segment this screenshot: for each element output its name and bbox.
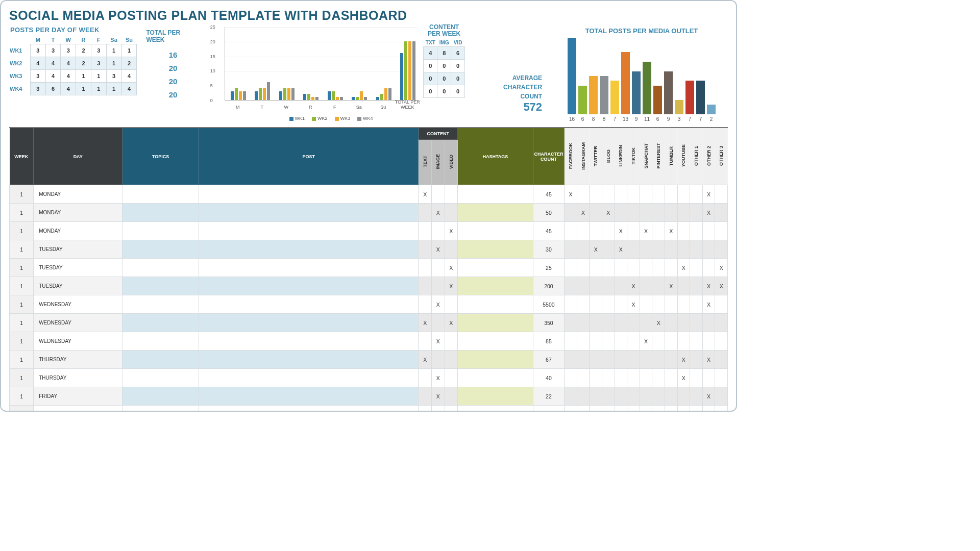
cell-outlet[interactable] bbox=[615, 204, 627, 222]
ppd-cell[interactable]: 3 bbox=[106, 70, 121, 83]
cell-outlet[interactable] bbox=[652, 204, 665, 222]
cell-content-type[interactable] bbox=[419, 332, 432, 350]
cell-topics[interactable] bbox=[122, 185, 199, 204]
cell-content-type[interactable]: X bbox=[431, 240, 445, 259]
cell-outlet[interactable] bbox=[690, 204, 703, 222]
cell-outlet[interactable]: X bbox=[665, 277, 677, 295]
cell-outlet[interactable] bbox=[665, 204, 677, 222]
cell-post[interactable] bbox=[199, 406, 418, 412]
cell-char-count[interactable]: 48 bbox=[533, 406, 564, 412]
cell-week[interactable]: 1 bbox=[10, 277, 34, 295]
cell-outlet[interactable] bbox=[702, 369, 715, 387]
cell-outlet[interactable] bbox=[590, 277, 602, 295]
ppd-cell[interactable]: 1 bbox=[121, 44, 137, 57]
cell-outlet[interactable] bbox=[677, 204, 690, 222]
cell-outlet[interactable] bbox=[590, 332, 602, 350]
cell-outlet[interactable] bbox=[602, 387, 615, 406]
cell-outlet[interactable]: X bbox=[627, 295, 640, 314]
cpw-cell[interactable]: 0 bbox=[451, 72, 465, 85]
cell-outlet[interactable] bbox=[590, 222, 602, 240]
cell-outlet[interactable] bbox=[690, 295, 703, 314]
ppd-cell[interactable]: 2 bbox=[76, 44, 91, 57]
cell-outlet[interactable] bbox=[690, 277, 703, 295]
cell-topics[interactable] bbox=[122, 204, 199, 222]
cell-topics[interactable] bbox=[122, 332, 199, 350]
cell-outlet[interactable] bbox=[590, 350, 602, 369]
cell-outlet[interactable] bbox=[577, 406, 590, 412]
cell-outlet[interactable] bbox=[677, 387, 690, 406]
cell-outlet[interactable]: X bbox=[715, 277, 728, 295]
cell-outlet[interactable] bbox=[577, 350, 590, 369]
cell-topics[interactable] bbox=[122, 387, 199, 406]
cell-outlet[interactable] bbox=[652, 295, 665, 314]
cell-outlet[interactable] bbox=[615, 369, 627, 387]
cell-outlet[interactable] bbox=[615, 314, 627, 332]
cell-post[interactable] bbox=[199, 259, 418, 277]
ppd-cell[interactable]: 1 bbox=[106, 44, 121, 57]
cell-topics[interactable] bbox=[122, 406, 199, 412]
cell-outlet[interactable] bbox=[665, 259, 677, 277]
cell-outlet[interactable] bbox=[627, 406, 640, 412]
cell-day[interactable]: WEDNESDAY bbox=[34, 295, 122, 314]
cell-outlet[interactable] bbox=[565, 204, 577, 222]
cell-outlet[interactable] bbox=[715, 350, 728, 369]
cell-outlet[interactable] bbox=[640, 387, 652, 406]
ppd-cell[interactable]: 4 bbox=[30, 57, 45, 70]
cell-char-count[interactable]: 50 bbox=[533, 204, 564, 222]
cpw-cell[interactable]: 0 bbox=[437, 72, 451, 85]
cell-outlet[interactable] bbox=[565, 222, 577, 240]
cell-outlet[interactable] bbox=[577, 387, 590, 406]
cell-day[interactable]: MONDAY bbox=[34, 204, 122, 222]
cell-content-type[interactable] bbox=[445, 387, 458, 406]
cell-outlet[interactable] bbox=[690, 387, 703, 406]
cell-outlet[interactable] bbox=[640, 240, 652, 259]
cell-outlet[interactable]: X bbox=[702, 277, 715, 295]
cell-outlet[interactable] bbox=[652, 259, 665, 277]
cell-outlet[interactable] bbox=[615, 185, 627, 204]
ppd-cell[interactable]: 1 bbox=[91, 70, 106, 83]
cpw-cell[interactable]: 0 bbox=[451, 60, 465, 72]
cell-topics[interactable] bbox=[122, 295, 199, 314]
cell-outlet[interactable] bbox=[565, 369, 577, 387]
ppd-cell[interactable]: 1 bbox=[106, 57, 121, 70]
cell-outlet[interactable] bbox=[665, 369, 677, 387]
cell-topics[interactable] bbox=[122, 277, 199, 295]
cell-outlet[interactable] bbox=[615, 277, 627, 295]
ppd-cell[interactable]: 3 bbox=[45, 44, 61, 57]
cell-outlet[interactable] bbox=[577, 185, 590, 204]
cell-outlet[interactable] bbox=[627, 259, 640, 277]
ppd-cell[interactable]: 3 bbox=[91, 57, 106, 70]
cell-hashtags[interactable] bbox=[458, 295, 533, 314]
cell-outlet[interactable] bbox=[690, 369, 703, 387]
cell-outlet[interactable] bbox=[690, 332, 703, 350]
cell-content-type[interactable] bbox=[419, 240, 432, 259]
cell-week[interactable]: 1 bbox=[10, 332, 34, 350]
cell-outlet[interactable] bbox=[565, 406, 577, 412]
ppd-cell[interactable]: 3 bbox=[61, 44, 76, 57]
cell-week[interactable]: 1 bbox=[10, 406, 34, 412]
cell-outlet[interactable] bbox=[702, 259, 715, 277]
cell-outlet[interactable] bbox=[627, 387, 640, 406]
ppd-cell[interactable]: 4 bbox=[61, 70, 76, 83]
main-table[interactable]: WEEKDAYTOPICSPOSTCONTENTHASHTAGSCHARACTE… bbox=[9, 128, 728, 412]
cell-outlet[interactable] bbox=[690, 222, 703, 240]
cell-hashtags[interactable] bbox=[458, 240, 533, 259]
cell-outlet[interactable] bbox=[665, 350, 677, 369]
cell-outlet[interactable] bbox=[715, 369, 728, 387]
cell-outlet[interactable]: X bbox=[615, 240, 627, 259]
cpw-cell[interactable]: 0 bbox=[424, 85, 437, 98]
cell-outlet[interactable] bbox=[590, 204, 602, 222]
cell-day[interactable]: MONDAY bbox=[34, 222, 122, 240]
cell-hashtags[interactable] bbox=[458, 204, 533, 222]
cell-outlet[interactable] bbox=[565, 387, 577, 406]
cell-hashtags[interactable] bbox=[458, 314, 533, 332]
cell-outlet[interactable]: X bbox=[690, 406, 703, 412]
cell-content-type[interactable]: X bbox=[419, 185, 432, 204]
cell-outlet[interactable] bbox=[665, 314, 677, 332]
cell-content-type[interactable] bbox=[419, 295, 432, 314]
cell-day[interactable]: MONDAY bbox=[34, 185, 122, 204]
cell-outlet[interactable] bbox=[690, 314, 703, 332]
cell-topics[interactable] bbox=[122, 259, 199, 277]
cell-topics[interactable] bbox=[122, 314, 199, 332]
cell-outlet[interactable]: X bbox=[627, 277, 640, 295]
